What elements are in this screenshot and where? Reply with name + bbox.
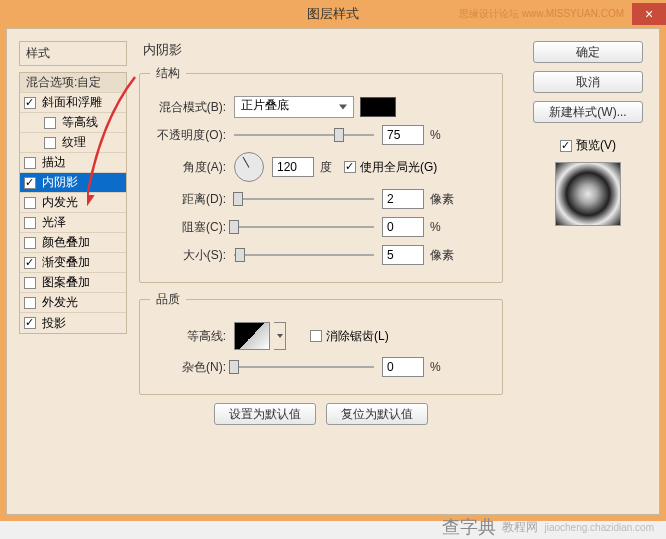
color-swatch[interactable] xyxy=(360,97,396,117)
antialias-label: 消除锯齿(L) xyxy=(326,328,389,345)
structure-group: 结构 混合模式(B): 正片叠底 不透明度(O): % 角度(A): 度 xyxy=(139,65,503,283)
choke-label: 阻塞(C): xyxy=(150,219,226,236)
make-default-button[interactable]: 设置为默认值 xyxy=(214,403,316,425)
checkbox-icon[interactable] xyxy=(24,157,36,169)
make-default-label: 设置为默认值 xyxy=(229,406,301,423)
noise-unit: % xyxy=(430,360,441,374)
checkbox-icon[interactable] xyxy=(24,217,36,229)
distance-slider[interactable] xyxy=(234,190,374,208)
panel-title: 内阴影 xyxy=(139,41,503,59)
style-item-inner-glow[interactable]: 内发光 xyxy=(20,193,126,213)
watermark-top: 思缘设计论坛 www.MISSYUAN.COM xyxy=(459,7,624,21)
checkbox-icon xyxy=(560,140,572,152)
style-item-label: 投影 xyxy=(42,315,66,332)
style-item-label: 颜色叠加 xyxy=(42,234,90,251)
preview-checkbox[interactable]: 预览(V) xyxy=(560,137,616,154)
choke-slider[interactable] xyxy=(234,218,374,236)
checkbox-icon[interactable] xyxy=(24,97,36,109)
distance-unit: 像素 xyxy=(430,191,454,208)
global-light-label: 使用全局光(G) xyxy=(360,159,437,176)
blend-options-label: 混合选项:自定 xyxy=(26,74,101,91)
style-item-gradient-overlay[interactable]: 渐变叠加 xyxy=(20,253,126,273)
choke-unit: % xyxy=(430,220,441,234)
style-list: 混合选项:自定 斜面和浮雕 等高线 纹理 描边 内阴影 内发光 光泽 颜色叠加 … xyxy=(19,72,127,334)
contour-label: 等高线: xyxy=(150,328,226,345)
window-title: 图层样式 xyxy=(307,5,359,23)
angle-dial[interactable] xyxy=(234,152,264,182)
checkbox-icon[interactable] xyxy=(24,177,36,189)
close-button[interactable]: × xyxy=(632,3,666,25)
style-item-label: 图案叠加 xyxy=(42,274,90,291)
noise-input[interactable] xyxy=(382,357,424,377)
style-item-label: 等高线 xyxy=(62,114,98,131)
new-style-button[interactable]: 新建样式(W)... xyxy=(533,101,643,123)
checkbox-icon[interactable] xyxy=(24,297,36,309)
ok-button[interactable]: 确定 xyxy=(533,41,643,63)
style-item-color-overlay[interactable]: 颜色叠加 xyxy=(20,233,126,253)
preview-label: 预览(V) xyxy=(576,137,616,154)
checkbox-icon[interactable] xyxy=(24,237,36,249)
distance-label: 距离(D): xyxy=(150,191,226,208)
opacity-input[interactable] xyxy=(382,125,424,145)
quality-legend: 品质 xyxy=(150,291,186,308)
angle-unit: 度 xyxy=(320,159,332,176)
size-label: 大小(S): xyxy=(150,247,226,264)
cancel-label: 取消 xyxy=(576,74,600,91)
watermark-brand: 查字典 xyxy=(442,515,496,539)
blend-options-header[interactable]: 混合选项:自定 xyxy=(20,73,126,93)
style-item-texture[interactable]: 纹理 xyxy=(20,133,126,153)
styles-label: 样式 xyxy=(19,41,127,66)
size-input[interactable] xyxy=(382,245,424,265)
watermark-tag: 教程网 xyxy=(502,519,538,536)
checkbox-icon[interactable] xyxy=(44,117,56,129)
style-item-bevel[interactable]: 斜面和浮雕 xyxy=(20,93,126,113)
contour-picker[interactable] xyxy=(234,322,270,350)
noise-slider[interactable] xyxy=(234,358,374,376)
style-item-drop-shadow[interactable]: 投影 xyxy=(20,313,126,333)
checkbox-icon[interactable] xyxy=(24,197,36,209)
checkbox-icon[interactable] xyxy=(24,277,36,289)
choke-input[interactable] xyxy=(382,217,424,237)
style-item-label: 纹理 xyxy=(62,134,86,151)
watermark-url: jiaocheng.chazidian.com xyxy=(544,522,654,533)
blend-mode-value: 正片叠底 xyxy=(241,98,289,112)
titlebar: 图层样式 思缘设计论坛 www.MISSYUAN.COM × xyxy=(0,0,666,28)
style-item-label: 斜面和浮雕 xyxy=(42,94,102,111)
opacity-slider[interactable] xyxy=(234,126,374,144)
blend-mode-dropdown[interactable]: 正片叠底 xyxy=(234,96,354,118)
distance-input[interactable] xyxy=(382,189,424,209)
reset-default-button[interactable]: 复位为默认值 xyxy=(326,403,428,425)
style-item-contour[interactable]: 等高线 xyxy=(20,113,126,133)
preview-swatch xyxy=(555,162,621,226)
style-item-inner-shadow[interactable]: 内阴影 xyxy=(20,173,126,193)
style-item-stroke[interactable]: 描边 xyxy=(20,153,126,173)
style-item-pattern-overlay[interactable]: 图案叠加 xyxy=(20,273,126,293)
antialias-checkbox[interactable]: 消除锯齿(L) xyxy=(310,328,389,345)
angle-label: 角度(A): xyxy=(150,159,226,176)
opacity-unit: % xyxy=(430,128,441,142)
style-item-label: 内发光 xyxy=(42,194,78,211)
cancel-button[interactable]: 取消 xyxy=(533,71,643,93)
checkbox-icon[interactable] xyxy=(44,137,56,149)
style-item-label: 内阴影 xyxy=(42,174,78,191)
style-item-label: 渐变叠加 xyxy=(42,254,90,271)
checkbox-icon[interactable] xyxy=(24,317,36,329)
style-item-label: 光泽 xyxy=(42,214,66,231)
noise-label: 杂色(N): xyxy=(150,359,226,376)
contour-dropdown-arrow[interactable] xyxy=(274,322,286,350)
size-slider[interactable] xyxy=(234,246,374,264)
global-light-checkbox[interactable]: 使用全局光(G) xyxy=(344,159,437,176)
size-unit: 像素 xyxy=(430,247,454,264)
style-item-satin[interactable]: 光泽 xyxy=(20,213,126,233)
structure-legend: 结构 xyxy=(150,65,186,82)
style-item-label: 外发光 xyxy=(42,294,78,311)
ok-label: 确定 xyxy=(576,44,600,61)
new-style-label: 新建样式(W)... xyxy=(549,104,626,121)
style-item-label: 描边 xyxy=(42,154,66,171)
checkbox-icon xyxy=(344,161,356,173)
reset-default-label: 复位为默认值 xyxy=(341,406,413,423)
opacity-label: 不透明度(O): xyxy=(150,127,226,144)
style-item-outer-glow[interactable]: 外发光 xyxy=(20,293,126,313)
angle-input[interactable] xyxy=(272,157,314,177)
checkbox-icon[interactable] xyxy=(24,257,36,269)
